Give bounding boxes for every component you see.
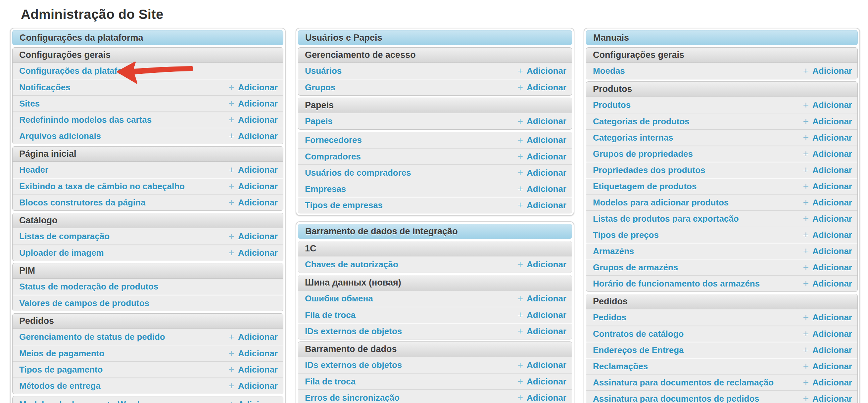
model-link-status-de-modera-o-de-produtos[interactable]: Status de moderação de produtos [19, 281, 158, 292]
model-link-header[interactable]: Header [19, 165, 48, 175]
module-configura-es-da-plataforma: Configurações da plataformaConfigurações… [10, 28, 286, 403]
model-link-etiquetagem-de-produtos[interactable]: Etiquetagem de produtos [593, 181, 696, 192]
model-link-armaz-ns[interactable]: Armazéns [593, 246, 634, 257]
model-link-modelos-de-documento-word[interactable]: Modelos de documento Word [19, 399, 140, 403]
model-link-listas-de-produtos-para-exporta-o[interactable]: Listas de produtos para exportação [593, 214, 739, 224]
model-link-usu-rios[interactable]: Usuários [305, 66, 342, 76]
model-link-meios-de-pagamento[interactable]: Meios de pagamento [19, 348, 104, 359]
model-link-assinatura-para-documentos-de-reclama-o[interactable]: Assinatura para documentos de reclamação [593, 377, 774, 388]
model-link-notifica-es[interactable]: Notificações [19, 82, 70, 93]
model-link-configura-es-da-plataforma[interactable]: Configurações da plataforma [19, 66, 138, 76]
add-link-tipos-de-empresas[interactable]: +Adicionar [518, 200, 566, 210]
model-link-ошибки-обмена[interactable]: Ошибки обмена [305, 294, 373, 304]
model-link-erros-de-sincroniza-o[interactable]: Erros de sincronização [305, 393, 400, 403]
add-link-empresas[interactable]: +Adicionar [518, 184, 566, 194]
add-link-chaves-de-autoriza-o[interactable]: +Adicionar [518, 259, 566, 270]
add-link-sites[interactable]: +Adicionar [229, 99, 278, 109]
add-link-ids-externos-de-objetos[interactable]: +Adicionar [518, 360, 566, 370]
model-link-tipos-de-pagamento[interactable]: Tipos de pagamento [19, 365, 103, 375]
model-link-blocos-construtores-da-p-gina[interactable]: Blocos construtores da página [19, 198, 145, 208]
add-link-grupos-de-armaz-ns[interactable]: +Adicionar [803, 262, 852, 273]
model-link-ids-externos-de-objetos[interactable]: IDs externos de objetos [305, 360, 402, 370]
model-link-arquivos-adicionais[interactable]: Arquivos adicionais [19, 131, 101, 141]
add-link-pedidos[interactable]: +Adicionar [803, 312, 852, 323]
add-link-tipos-de-pre-os[interactable]: +Adicionar [803, 230, 852, 240]
model-link-contratos-de-cat-logo[interactable]: Contratos de catálogo [593, 329, 684, 339]
model-link-grupos[interactable]: Grupos [305, 82, 335, 93]
model-link-propriedades-dos-produtos[interactable]: Propriedades dos produtos [593, 165, 706, 175]
model-link-sites[interactable]: Sites [19, 99, 40, 109]
add-link-listas-de-compara-o[interactable]: +Adicionar [229, 231, 278, 241]
model-link-produtos[interactable]: Produtos [593, 100, 631, 110]
add-link-m-todos-de-entrega[interactable]: +Adicionar [229, 381, 278, 391]
model-link-papeis[interactable]: Papeis [305, 116, 333, 126]
model-link-grupos-de-propriedades[interactable]: Grupos de propriedades [593, 149, 693, 159]
model-link-exibindo-a-taxa-de-c-mbio-no-cabe-alho[interactable]: Exibindo a taxa de câmbio no cabeçalho [19, 181, 185, 192]
add-link-reclama-es[interactable]: +Adicionar [803, 361, 852, 372]
model-link-tipos-de-empresas[interactable]: Tipos de empresas [305, 200, 383, 210]
model-link-listas-de-compara-o[interactable]: Listas de comparação [19, 231, 110, 241]
add-link-meios-de-pagamento[interactable]: +Adicionar [229, 348, 278, 359]
add-link-compradores[interactable]: +Adicionar [518, 152, 566, 162]
add-link-notifica-es[interactable]: +Adicionar [229, 82, 278, 93]
model-link-pedidos[interactable]: Pedidos [593, 312, 626, 323]
model-link-assinatura-para-documentos-de-pedidos[interactable]: Assinatura para documentos de pedidos [593, 394, 760, 403]
add-link-usu-rios[interactable]: +Adicionar [518, 66, 566, 76]
add-link-uploader-de-imagem[interactable]: +Adicionar [229, 248, 278, 258]
model-link-chaves-de-autoriza-o[interactable]: Chaves de autorização [305, 259, 398, 270]
model-link-usu-rios-de-compradores[interactable]: Usuários de compradores [305, 168, 411, 178]
model-link-uploader-de-imagem[interactable]: Uploader de imagem [19, 248, 104, 258]
model-link-m-todos-de-entrega[interactable]: Métodos de entrega [19, 381, 101, 391]
model-link-gerenciamento-de-status-de-pedido[interactable]: Gerenciamento de status de pedido [19, 332, 165, 342]
add-link-fornecedores[interactable]: +Adicionar [518, 135, 566, 145]
add-link-grupos[interactable]: +Adicionar [518, 82, 566, 93]
add-link-gerenciamento-de-status-de-pedido[interactable]: +Adicionar [229, 332, 278, 342]
add-link-header[interactable]: +Adicionar [229, 165, 278, 175]
add-link-grupos-de-propriedades[interactable]: +Adicionar [803, 149, 852, 159]
add-link-usu-rios-de-compradores[interactable]: +Adicionar [518, 168, 566, 178]
model-link-empresas[interactable]: Empresas [305, 184, 346, 194]
model-link-reclama-es[interactable]: Reclamações [593, 361, 648, 372]
add-link-categorias-internas[interactable]: +Adicionar [803, 133, 852, 143]
model-link-hor-rio-de-funcionamento-dos-armaz-ns[interactable]: Horário de funcionamento dos armazéns [593, 278, 760, 289]
add-link-etiquetagem-de-produtos[interactable]: +Adicionar [803, 181, 852, 192]
model-link-valores-de-campos-de-produtos[interactable]: Valores de campos de produtos [19, 298, 149, 308]
add-link-assinatura-para-documentos-de-pedidos[interactable]: +Adicionar [803, 394, 852, 403]
model-link-endere-os-de-entrega[interactable]: Endereços de Entrega [593, 345, 684, 355]
model-link-tipos-de-pre-os[interactable]: Tipos de preços [593, 230, 659, 240]
add-link-modelos-de-documento-word[interactable]: +Adicionar [229, 399, 278, 403]
add-link-hor-rio-de-funcionamento-dos-armaz-ns[interactable]: +Adicionar [803, 278, 852, 289]
add-link-ids-externos-de-objetos[interactable]: +Adicionar [518, 326, 566, 336]
model-link-redefinindo-modelos-das-cartas[interactable]: Redefinindo modelos das cartas [19, 115, 152, 125]
model-link-fornecedores[interactable]: Fornecedores [305, 135, 362, 145]
add-link-listas-de-produtos-para-exporta-o[interactable]: +Adicionar [803, 214, 852, 224]
add-link-arquivos-adicionais[interactable]: +Adicionar [229, 131, 278, 141]
model-link-grupos-de-armaz-ns[interactable]: Grupos de armazéns [593, 262, 678, 273]
model-link-modelos-para-adicionar-produtos[interactable]: Modelos para adicionar produtos [593, 198, 728, 208]
add-link-contratos-de-cat-logo[interactable]: +Adicionar [803, 329, 852, 339]
add-link-erros-de-sincroniza-o[interactable]: +Adicionar [518, 393, 566, 403]
model-link-compradores[interactable]: Compradores [305, 152, 361, 162]
add-link-moedas[interactable]: +Adicionar [803, 66, 852, 76]
model-link-categorias-internas[interactable]: Categorias internas [593, 133, 673, 143]
add-link-redefinindo-modelos-das-cartas[interactable]: +Adicionar [229, 115, 278, 125]
model-link-fila-de-troca[interactable]: Fila de troca [305, 376, 355, 387]
add-link-categorias-de-produtos[interactable]: +Adicionar [803, 116, 852, 127]
add-link-assinatura-para-documentos-de-reclama-o[interactable]: +Adicionar [803, 377, 852, 388]
add-link-tipos-de-pagamento[interactable]: +Adicionar [229, 365, 278, 375]
add-link-exibindo-a-taxa-de-c-mbio-no-cabe-alho[interactable]: +Adicionar [229, 181, 278, 192]
add-link-fila-de-troca[interactable]: +Adicionar [518, 310, 566, 320]
model-link-categorias-de-produtos[interactable]: Categorias de produtos [593, 116, 689, 127]
add-link-fila-de-troca[interactable]: +Adicionar [518, 376, 566, 387]
add-link-modelos-para-adicionar-produtos[interactable]: +Adicionar [803, 198, 852, 208]
add-link-papeis[interactable]: +Adicionar [518, 116, 566, 126]
add-link-endere-os-de-entrega[interactable]: +Adicionar [803, 345, 852, 355]
model-link-moedas[interactable]: Moedas [593, 66, 625, 76]
add-link-produtos[interactable]: +Adicionar [803, 100, 852, 110]
add-link-blocos-construtores-da-p-gina[interactable]: +Adicionar [229, 198, 278, 208]
add-link-armaz-ns[interactable]: +Adicionar [803, 246, 852, 257]
add-link-ошибки-обмена[interactable]: +Adicionar [518, 294, 566, 304]
model-link-ids-externos-de-objetos[interactable]: IDs externos de objetos [305, 326, 402, 336]
model-link-fila-de-troca[interactable]: Fila de troca [305, 310, 355, 320]
add-link-propriedades-dos-produtos[interactable]: +Adicionar [803, 165, 852, 175]
